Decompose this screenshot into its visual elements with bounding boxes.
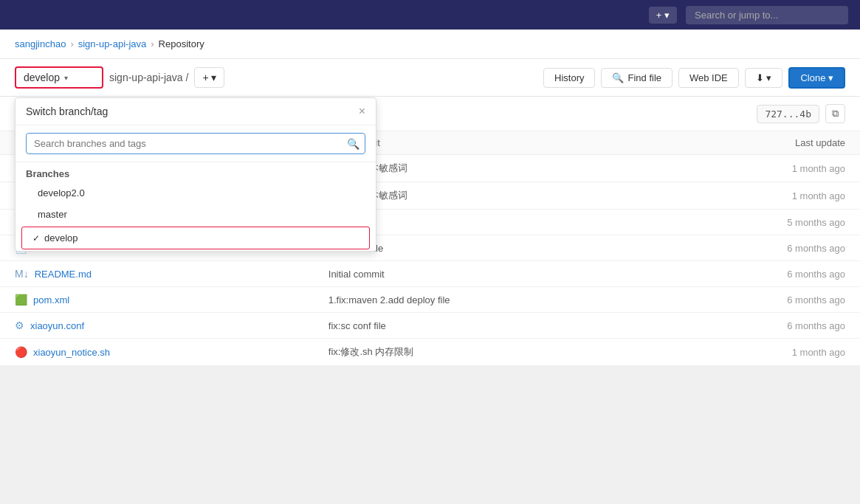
table-row: 🔴 xiaoyun_notice.sh fix:修改.sh 内存限制 1 mon… — [0, 339, 860, 366]
breadcrumb-sep1: › — [70, 38, 73, 49]
web-ide-button[interactable]: Web IDE — [678, 68, 739, 88]
shell-icon: 🔴 — [15, 346, 27, 358]
path-segment: sign-up-api-java / — [109, 72, 188, 83]
add-file-button[interactable]: + ▾ — [194, 67, 224, 88]
commit-message: fix:修改.sh 内存限制 — [328, 346, 414, 357]
search-icon: 🔍 — [347, 138, 360, 150]
table-row: 🟩 pom.xml 1.fix:maven 2.add deploy file … — [0, 287, 860, 313]
file-name-text: xiaoyun_notice.sh — [33, 347, 110, 358]
branch-item-master[interactable]: master — [16, 204, 376, 225]
commit-msg-cell: 1.fix:maven 2.add deploy file — [314, 287, 659, 313]
file-name-text: README.md — [35, 269, 92, 280]
time-cell: 6 months ago — [659, 235, 860, 261]
breadcrumb-current: Repository — [159, 38, 204, 49]
commit-msg-cell: fix:sc conf file — [314, 313, 659, 339]
commit-message: 1.fix:maven 2.add deploy file — [328, 294, 450, 305]
file-name-cell: M↓ README.md — [0, 261, 314, 287]
find-file-label: Find file — [627, 72, 661, 83]
file-name-cell: 🟩 pom.xml — [0, 287, 314, 313]
history-button[interactable]: History — [543, 68, 595, 88]
toolbar-right: History 🔍 Find file Web IDE ⬇ ▾ Clone ▾ — [543, 67, 845, 89]
branch-item-develop2[interactable]: develop2.0 — [16, 182, 376, 204]
table-row: ⚙ xiaoyun.conf fix:sc conf file 6 months… — [0, 313, 860, 339]
branch-name: develop2.0 — [38, 187, 85, 199]
dropdown-header: Switch branch/tag × — [16, 98, 376, 125]
col-last-update: Last update — [659, 131, 860, 155]
commit-message: Initial commit — [328, 269, 385, 280]
breadcrumb: sangjinchao › sign-up-api-java › Reposit… — [0, 30, 860, 59]
breadcrumb-sep2: › — [151, 38, 154, 49]
branch-search-input[interactable] — [26, 133, 365, 154]
search-icon: 🔍 — [612, 72, 624, 83]
chevron-down-icon: ▾ — [64, 74, 68, 82]
pom-icon: 🟩 — [15, 294, 27, 305]
branches-section-label: Branches — [16, 162, 376, 182]
time-cell: 1 month ago — [659, 182, 860, 210]
dropdown-title: Switch branch/tag — [26, 106, 108, 117]
find-file-button[interactable]: 🔍 Find file — [601, 68, 672, 88]
time-cell: 6 months ago — [659, 287, 860, 313]
readme-icon: M↓ — [15, 268, 29, 280]
branch-selector-button[interactable]: develop ▾ — [15, 66, 103, 89]
file-link[interactable]: 🟩 pom.xml — [15, 294, 299, 305]
file-link[interactable]: M↓ README.md — [15, 268, 299, 280]
file-name-cell: 🔴 xiaoyun_notice.sh — [0, 339, 314, 366]
settings-icon: ⚙ — [15, 320, 24, 331]
branch-item-develop[interactable]: ✓ develop — [21, 227, 370, 249]
time-cell: 1 month ago — [659, 155, 860, 182]
file-name-text: pom.xml — [33, 294, 69, 305]
branch-name: develop — [44, 232, 78, 244]
breadcrumb-user-link[interactable]: sangjinchao — [15, 38, 66, 49]
time-cell: 6 months ago — [659, 313, 860, 339]
copy-hash-button[interactable]: ⧉ — [825, 104, 845, 123]
table-row: M↓ README.md Initial commit 6 months ago — [0, 261, 860, 287]
commit-message: fix:sc conf file — [328, 320, 386, 331]
download-button[interactable]: ⬇ ▾ — [745, 68, 783, 88]
toolbar: develop ▾ sign-up-api-java / + ▾ History… — [0, 59, 860, 97]
dropdown-close-button[interactable]: × — [359, 106, 365, 117]
global-search-input[interactable] — [686, 6, 848, 24]
commit-hash: 727...4b — [757, 105, 819, 123]
file-name-cell: ⚙ xiaoyun.conf — [0, 313, 314, 339]
branch-name: master — [38, 209, 67, 220]
commit-msg-cell: fix:修改.sh 内存限制 — [314, 339, 659, 366]
time-cell: 6 months ago — [659, 261, 860, 287]
commit-msg-cell: Initial commit — [314, 261, 659, 287]
branch-tag-dropdown: Switch branch/tag × 🔍 Branches develop2.… — [15, 97, 376, 252]
top-navigation: + ▾ — [0, 0, 860, 30]
file-link[interactable]: 🔴 xiaoyun_notice.sh — [15, 346, 299, 358]
time-cell: 5 months ago — [659, 210, 860, 235]
dropdown-search-wrap: 🔍 — [16, 125, 376, 162]
branch-name-label: develop — [24, 72, 60, 83]
add-button[interactable]: + ▾ — [649, 7, 677, 24]
file-link[interactable]: ⚙ xiaoyun.conf — [15, 320, 299, 331]
check-icon: ✓ — [32, 233, 40, 244]
file-name-text: xiaoyun.conf — [30, 320, 84, 331]
breadcrumb-repo-link[interactable]: sign-up-api-java — [78, 38, 147, 49]
time-cell: 1 month ago — [659, 339, 860, 366]
clone-button[interactable]: Clone ▾ — [788, 67, 845, 89]
